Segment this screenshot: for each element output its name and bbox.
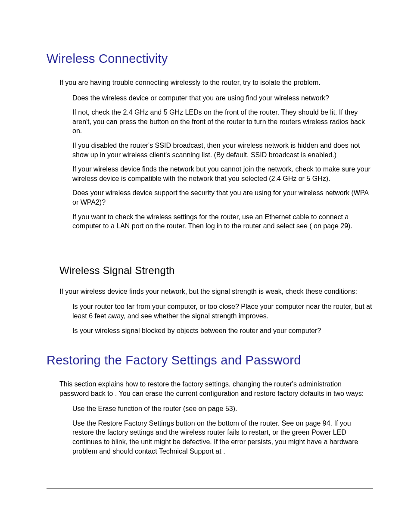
paragraph-intro-3: This section explains how to restore the… xyxy=(59,380,372,398)
paragraph-bullet: If your wireless device finds the networ… xyxy=(72,165,372,183)
paragraph-bullet: Is your router too far from your compute… xyxy=(72,302,372,320)
heading-wireless-connectivity: Wireless Connectivity xyxy=(47,52,372,66)
paragraph-bullet: If you disabled the router's SSID broadc… xyxy=(72,141,372,159)
heading-wireless-signal-strength: Wireless Signal Strength xyxy=(59,264,372,277)
paragraph-bullet: Is your wireless signal blocked by objec… xyxy=(72,326,372,336)
paragraph-bullet: Use the Restore Factory Settings button … xyxy=(72,419,372,456)
paragraph-intro-1: If you are having trouble connecting wir… xyxy=(59,78,372,87)
paragraph-bullet: Does the wireless device or computer tha… xyxy=(72,93,372,103)
paragraph-bullet: Use the Erase function of the router (se… xyxy=(72,404,372,414)
heading-restoring-factory-settings: Restoring the Factory Settings and Passw… xyxy=(47,353,372,367)
footer-divider xyxy=(47,488,373,489)
paragraph-bullet: Does your wireless device support the se… xyxy=(72,188,372,207)
paragraph-intro-2: If your wireless device finds your netwo… xyxy=(59,287,372,296)
paragraph-bullet: If not, check the 2.4 GHz and 5 GHz LEDs… xyxy=(72,108,372,136)
paragraph-bullet: If you want to check the wireless settin… xyxy=(72,212,372,231)
